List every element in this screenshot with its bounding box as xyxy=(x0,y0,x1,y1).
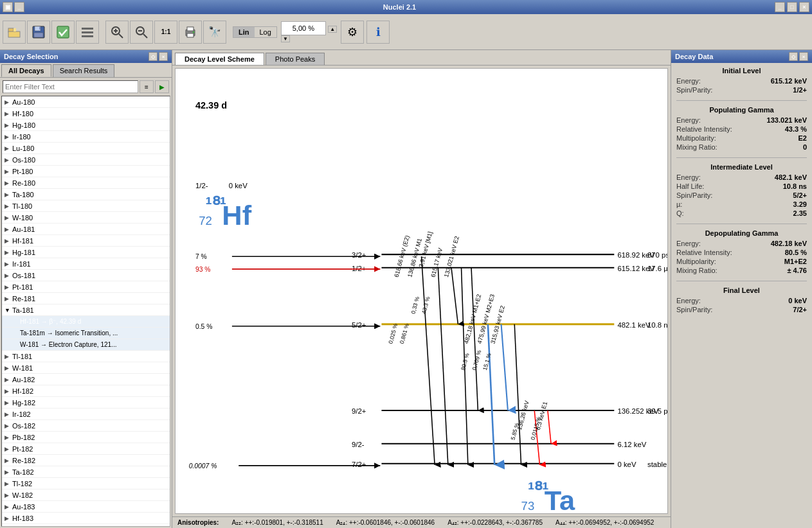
window-controls: _ □ × xyxy=(775,2,809,12)
list-item[interactable]: ▶Au-180 xyxy=(2,96,170,108)
list-item[interactable]: ▶Ta-182 xyxy=(2,466,170,478)
time-482: 10.8 ns xyxy=(647,321,667,329)
lin-button[interactable]: Lin xyxy=(233,27,255,37)
list-item[interactable]: ▶Hg-182 xyxy=(2,397,170,409)
list-item[interactable]: ▶Hg-180 xyxy=(2,119,170,131)
divider-3 xyxy=(676,224,807,224)
panel-detach[interactable]: ◇ xyxy=(149,52,158,61)
dep-energy-label: Energy: xyxy=(676,240,701,247)
list-item[interactable]: ▶Hf-182 xyxy=(2,385,170,397)
decay-data-close[interactable]: × xyxy=(799,52,808,61)
zoom-out-button[interactable] xyxy=(130,21,153,44)
spin-482: 5/2+ xyxy=(352,321,366,329)
print-button[interactable] xyxy=(179,21,202,44)
panel-close[interactable]: × xyxy=(159,52,168,61)
list-item[interactable]: ▶W-180 xyxy=(2,212,170,224)
list-item[interactable]: ▶Tl-181 xyxy=(2,351,170,362)
list-item[interactable]: ▶Hf-181 xyxy=(2,235,170,247)
half-life-text: 42.39 d xyxy=(195,100,227,110)
list-item[interactable]: ▶Tl-180 xyxy=(2,200,170,212)
list-item[interactable]: Ta-181m → Isomeric Transition, ... xyxy=(2,328,170,339)
pop-multipolarity-row: Multipolarity: E2 xyxy=(676,134,807,142)
initial-spin-row: Spin/Parity: 1/2+ xyxy=(676,86,807,94)
list-item[interactable]: ▶W-182 xyxy=(2,489,170,501)
pct-0709: 0,709 % xyxy=(471,349,483,371)
dep-mixing-label: Mixing Ratio: xyxy=(676,267,717,274)
list-item[interactable]: W-181 → Electron Capture, 121... xyxy=(2,339,170,351)
check-button[interactable] xyxy=(51,21,75,44)
list-item[interactable]: ▶Au-183 xyxy=(2,501,170,513)
list-item[interactable]: ▶Ir-182 xyxy=(2,409,170,420)
minimize-button[interactable]: _ xyxy=(775,2,785,12)
filter-search-button[interactable]: ▶ xyxy=(155,80,169,93)
maximize-button[interactable]: □ xyxy=(787,2,797,12)
list-item[interactable]: ▶Ir-180 xyxy=(2,131,170,143)
svg-rect-9 xyxy=(82,31,93,33)
list-item[interactable]: ▶Lu-180 xyxy=(2,143,170,154)
list-item[interactable]: ▶Hg-181 xyxy=(2,247,170,258)
list-item[interactable]: ▼Ta-181 xyxy=(2,304,170,316)
list-item[interactable]: ▶Ta-180 xyxy=(2,189,170,200)
tab-photo-peaks[interactable]: Photo Peaks xyxy=(266,53,325,65)
list-item[interactable]: ▶Hg-183 xyxy=(2,524,170,527)
save-button[interactable] xyxy=(27,21,50,44)
right-panel: Decay Data ◇ × Initial Level Energy: 615… xyxy=(671,50,812,528)
pop-energy-label: Energy: xyxy=(676,116,701,124)
close-button[interactable]: × xyxy=(799,2,809,12)
open-file-button[interactable] xyxy=(3,21,26,44)
list-item[interactable]: ▶Os-182 xyxy=(2,420,170,432)
list-item[interactable]: ▶Os-180 xyxy=(2,154,170,166)
int-spin-row: Spin/Parity: 5/2+ xyxy=(676,191,807,199)
list-item[interactable]: ▶Pt-181 xyxy=(2,281,170,293)
settings-button[interactable]: ⚙ xyxy=(341,21,364,44)
list-item-selected[interactable]: Hf-181 → β⁻, 42.39 d xyxy=(2,316,170,328)
zoom-down[interactable]: ▼ xyxy=(281,35,290,42)
list-item[interactable]: ▶Au-181 xyxy=(2,224,170,235)
minimize-alt[interactable]: _ xyxy=(14,2,24,12)
list-item[interactable]: ▶W-181 xyxy=(2,362,170,374)
int-energy-label: Energy: xyxy=(676,173,701,181)
list-item[interactable]: ▶Re-182 xyxy=(2,455,170,466)
decay-data-detach[interactable]: ◇ xyxy=(789,52,798,61)
pop-rel-intensity-label: Relative Intensity: xyxy=(676,125,732,133)
zoom-up[interactable]: ▲ xyxy=(328,26,337,33)
list-button[interactable] xyxy=(76,21,99,44)
info-button[interactable]: ℹ xyxy=(366,21,390,44)
decay-list[interactable]: ▶Au-180 ▶Hf-180 ▶Hg-180 ▶Ir-180 ▶Lu-180 … xyxy=(1,96,170,527)
list-item[interactable]: ▶Pb-182 xyxy=(2,432,170,443)
tab-decay-level-scheme[interactable]: Decay Level Scheme xyxy=(175,53,264,65)
zoom-in-button[interactable] xyxy=(105,21,129,44)
binoculars-button[interactable]: 🔭 xyxy=(203,21,226,44)
list-item[interactable]: ▶Hf-180 xyxy=(2,108,170,119)
list-item[interactable]: ▶Re-181 xyxy=(2,293,170,304)
pop-multipolarity-label: Multipolarity: xyxy=(676,134,716,142)
zoom-input[interactable] xyxy=(281,21,326,35)
list-item[interactable]: ▶Hf-183 xyxy=(2,513,170,524)
energy-0: 0 keV xyxy=(617,461,636,468)
list-item[interactable]: ▶Re-180 xyxy=(2,177,170,189)
pop-mixing-label: Mixing Ratio: xyxy=(676,143,717,151)
tab-all-decays[interactable]: All Decays xyxy=(1,64,51,77)
zoom-reset-button[interactable]: 1:1 xyxy=(154,21,177,44)
list-item[interactable]: ▶Ir-181 xyxy=(2,258,170,270)
list-item[interactable]: ▶Pt-180 xyxy=(2,166,170,177)
pop-energy-row: Energy: 133.021 keV xyxy=(676,116,807,124)
int-mu-row: µ: 3.29 xyxy=(676,200,807,208)
window-title: Nuclei 2.1 xyxy=(383,3,416,11)
gamma-63 xyxy=(548,410,551,444)
system-menu[interactable]: ▣ xyxy=(3,2,13,12)
log-button[interactable]: Log xyxy=(255,27,276,37)
list-item[interactable]: ▶Os-181 xyxy=(2,270,170,281)
list-item[interactable]: ▶Au-182 xyxy=(2,374,170,385)
initial-spin-value: 1/2+ xyxy=(793,86,807,94)
tab-search-results[interactable]: Search Results xyxy=(53,64,115,77)
time-0: stable xyxy=(647,461,667,468)
svg-line-16 xyxy=(143,34,147,38)
filter-input[interactable] xyxy=(3,80,138,93)
final-spin-value: 7/2+ xyxy=(793,306,807,313)
parent-energy: 0 keV xyxy=(229,182,248,189)
filter-list-button[interactable]: ≡ xyxy=(140,80,154,93)
list-item[interactable]: ▶Pt-182 xyxy=(2,443,170,455)
list-item[interactable]: ▶Tl-182 xyxy=(2,478,170,489)
beta-05pct: 0.5 % xyxy=(195,323,212,330)
